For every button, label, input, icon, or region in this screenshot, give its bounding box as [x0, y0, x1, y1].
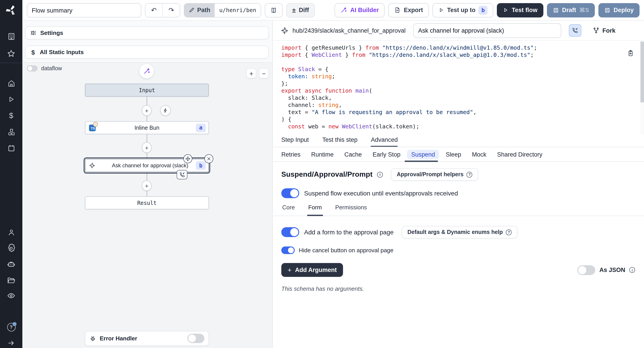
approval-prompt-helpers-button[interactable]: Approval/Prompt helpers ?	[391, 168, 478, 181]
close-icon	[206, 156, 211, 161]
move-icon	[185, 156, 190, 162]
code-scrollbar[interactable]	[640, 41, 644, 135]
error-handler-toggle[interactable]	[188, 334, 204, 343]
slack-icon	[281, 26, 288, 34]
code-line: const web = new WebClient(slack.token);	[281, 123, 644, 130]
copy-code-button[interactable]	[627, 50, 634, 57]
app-sidebar: $	[0, 0, 22, 348]
code-line: import { getResumeUrls } from "https://d…	[281, 44, 644, 52]
code-line: channel: string,	[281, 102, 644, 109]
zoom-out-button[interactable]: −	[259, 68, 269, 78]
tab-test-this-step[interactable]: Test this step	[322, 135, 358, 147]
delete-step-button[interactable]	[204, 154, 213, 163]
code-line	[281, 58, 644, 66]
add-argument-button[interactable]: + Add Argument	[281, 263, 343, 277]
schedules-calendar-icon[interactable]	[0, 141, 22, 155]
move-step-button[interactable]	[183, 154, 192, 163]
hub-script-path[interactable]: hub/2439/slack/ask_channel_for_approval	[292, 27, 406, 34]
tab-mock[interactable]: Mock	[472, 148, 486, 162]
favorites-star-icon[interactable]	[0, 47, 22, 60]
flow-summary-input[interactable]	[27, 3, 141, 17]
ai-builder-button[interactable]: AI Builder	[335, 3, 385, 17]
flow-node-inline-bun[interactable]: TS Inline Bun a	[85, 121, 209, 134]
insert-step-button[interactable]: +	[142, 180, 152, 191]
bug-icon	[90, 335, 96, 342]
draft-button[interactable]: Draft ⌘S	[547, 3, 595, 17]
undo-button[interactable]: ↶	[145, 3, 162, 17]
dollar-icon: $	[30, 48, 36, 56]
settings-gear-icon[interactable]	[0, 242, 22, 255]
user-icon[interactable]	[0, 226, 22, 239]
workspace-icon[interactable]	[0, 30, 22, 43]
tab-cache[interactable]: Cache	[344, 148, 362, 162]
tab-shared-directory[interactable]: Shared Directory	[497, 148, 542, 162]
ai-flow-wand-button[interactable]	[139, 64, 154, 79]
top-toolbar: ↶ ↷ Path u/henri/ben ± Diff	[22, 0, 644, 20]
workers-robot-icon[interactable]	[0, 258, 22, 271]
suspend-approval-badge[interactable]	[177, 170, 188, 179]
flow-node-result[interactable]: Result	[85, 196, 209, 209]
hide-cancel-toggle[interactable]	[281, 246, 295, 254]
default-args-help-button[interactable]: Default args & Dynamic enums help ?	[402, 226, 518, 238]
suspend-flow-toggle[interactable]	[281, 188, 299, 198]
fork-icon	[592, 27, 600, 34]
help-icon[interactable]: ?	[0, 320, 22, 334]
code-scrollbar-thumb[interactable]	[640, 42, 644, 102]
deploy-button[interactable]: Deploy	[598, 3, 640, 17]
tab-sleep[interactable]: Sleep	[446, 148, 461, 162]
subtab-form[interactable]: Form	[307, 204, 323, 216]
test-up-to-button[interactable]: Test up to b	[432, 3, 494, 17]
path-control[interactable]: Path u/henri/ben	[184, 3, 261, 17]
folders-icon[interactable]	[0, 273, 22, 287]
expand-sidebar-icon[interactable]	[0, 336, 22, 348]
variables-dollar-icon[interactable]: $	[0, 109, 22, 122]
code-line: ) {	[281, 116, 644, 123]
insert-step-button[interactable]: +	[142, 105, 152, 116]
resources-cubes-icon[interactable]	[0, 125, 22, 139]
trigger-lightning-button[interactable]	[160, 105, 171, 116]
tab-step-input[interactable]: Step Input	[281, 135, 309, 147]
zoom-in-button[interactable]: +	[246, 68, 256, 78]
dataflow-toggle[interactable]	[27, 65, 38, 72]
tab-early-stop[interactable]: Early Stop	[372, 148, 400, 162]
question-icon: ?	[506, 229, 512, 235]
error-handler-label: Error Handler	[100, 335, 137, 342]
tab-advanced[interactable]: Advanced	[371, 135, 398, 147]
add-form-toggle[interactable]	[281, 227, 299, 237]
as-json-toggle[interactable]	[577, 265, 595, 275]
windmill-logo[interactable]	[0, 0, 22, 20]
path-edit-segment[interactable]: Path	[184, 3, 215, 17]
info-icon[interactable]: i	[377, 172, 383, 177]
home-icon[interactable]	[0, 76, 22, 90]
path-value[interactable]: u/henri/ben	[215, 3, 261, 17]
all-static-inputs-label: All Static Inputs	[40, 49, 84, 56]
insert-step-button[interactable]: +	[142, 142, 152, 153]
deploy-label: Deploy	[614, 7, 634, 14]
code-editor[interactable]: import { getResumeUrls } from "https://d…	[273, 40, 644, 135]
runs-play-icon[interactable]	[0, 92, 22, 106]
flow-settings-card[interactable]: Settings	[25, 26, 269, 39]
redo-button[interactable]: ↷	[163, 3, 180, 17]
test-flow-button[interactable]: Test flow	[497, 3, 544, 17]
tab-runtime[interactable]: Runtime	[311, 148, 334, 162]
error-handler-card[interactable]: Error Handler	[85, 331, 209, 346]
audit-eye-icon[interactable]	[0, 289, 22, 302]
save-icon	[553, 7, 559, 13]
tab-suspend[interactable]: Suspend	[411, 148, 435, 162]
subtab-permissions[interactable]: Permissions	[334, 204, 368, 216]
slack-icon	[89, 162, 95, 169]
export-button[interactable]: Export	[388, 3, 429, 17]
ai-builder-label: AI Builder	[350, 7, 379, 14]
all-static-inputs-card[interactable]: $ All Static Inputs	[25, 46, 269, 58]
subtab-core[interactable]: Core	[281, 204, 296, 216]
tab-retries[interactable]: Retries	[281, 148, 300, 162]
docs-book-button[interactable]	[265, 3, 283, 17]
copy-icon	[627, 50, 634, 57]
step-name-input[interactable]	[413, 23, 561, 38]
suspend-indicator-button[interactable]	[569, 24, 582, 37]
flow-node-input[interactable]: Input	[85, 84, 209, 96]
book-icon	[270, 6, 277, 14]
diff-button[interactable]: ± Diff	[286, 3, 314, 17]
info-icon[interactable]: i	[629, 267, 635, 273]
fork-button[interactable]: Fork	[590, 26, 618, 34]
